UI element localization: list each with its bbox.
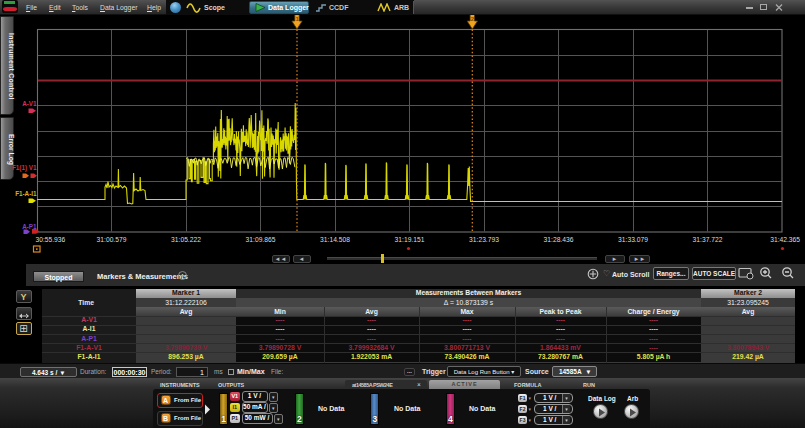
- svg-text:31:37.722: 31:37.722: [693, 236, 723, 243]
- svg-text:F1-A-I1: F1-A-I1: [15, 190, 37, 197]
- svg-text:A-P1: A-P1: [22, 223, 37, 230]
- svg-text:31:28.436: 31:28.436: [544, 236, 574, 243]
- svg-text:31:00.579: 31:00.579: [97, 236, 127, 243]
- svg-text:31:19.151: 31:19.151: [395, 236, 425, 243]
- svg-text:31:42.365: 31:42.365: [770, 236, 800, 243]
- svg-text:31:05.222: 31:05.222: [171, 236, 201, 243]
- svg-text:F1(1) V1: F1(1) V1: [12, 164, 37, 172]
- svg-text:A-V1: A-V1: [22, 100, 37, 107]
- svg-text:31:23.793: 31:23.793: [469, 236, 499, 243]
- svg-text:31:33.079: 31:33.079: [618, 236, 648, 243]
- svg-text:30:55.936: 30:55.936: [36, 236, 66, 243]
- svg-text:31:14.508: 31:14.508: [320, 236, 350, 243]
- svg-text:31:09.865: 31:09.865: [246, 236, 276, 243]
